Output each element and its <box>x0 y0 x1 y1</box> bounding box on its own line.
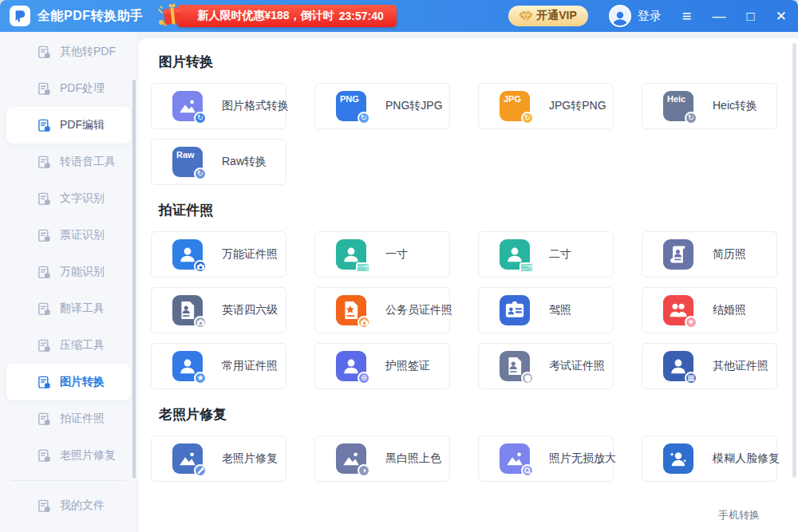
card-label: 模糊人脸修复 <box>713 451 780 466</box>
section-title: 老照片修复 <box>159 405 782 424</box>
text-icon: Heic↻ <box>663 91 693 121</box>
camera-badge-icon <box>358 316 370 329</box>
card-label: 英语四六级 <box>222 303 278 317</box>
card-1-5[interactable]: 公务员证件照 <box>314 287 450 333</box>
card-label: 护照签证 <box>385 359 430 373</box>
card-1-4[interactable]: 英语四六级 <box>151 287 286 333</box>
card-1-10[interactable]: 考试证件照 <box>478 343 614 389</box>
zoom-badge-icon <box>521 464 534 477</box>
card-1-0[interactable]: 万能证件照 <box>151 231 286 278</box>
sidebar-item-label: 转语音工具 <box>60 155 116 169</box>
camera-badge-icon <box>194 260 207 273</box>
camera-badge-icon <box>194 316 207 329</box>
card-1-3[interactable]: 简历照 <box>642 231 777 278</box>
card-1-2[interactable]: 二寸二寸 <box>478 231 614 278</box>
image-convert-icon <box>37 375 52 390</box>
card-label: 结婚照 <box>713 303 746 317</box>
card-label: 公务员证件照 <box>385 303 452 317</box>
card-label: 简历照 <box>713 247 746 262</box>
card-0-4[interactable]: Raw↻Raw转换 <box>151 139 286 185</box>
gift-icon <box>155 2 184 30</box>
minimize-button[interactable]: — <box>712 10 725 23</box>
card-2-1[interactable]: ◑黑白照上色 <box>314 435 450 482</box>
sidebar-item-label: PDF处理 <box>60 81 105 96</box>
card-0-3[interactable]: Heic↻Heic转换 <box>642 83 777 129</box>
text-icon: Raw↻ <box>172 147 203 177</box>
sidebar-item-label: 拍证件照 <box>60 412 105 426</box>
image-icon: ↻ <box>172 91 203 121</box>
mobile-convert-link[interactable]: 手机转换 <box>718 508 760 522</box>
card-label: 二寸 <box>549 247 571 262</box>
sidebar-item-8[interactable]: 压缩工具 <box>6 327 131 364</box>
card-1-8[interactable]: ★常用证件照 <box>151 343 286 389</box>
sidebar-item-12[interactable]: 我的文件 <box>6 487 131 524</box>
translate-tool-icon <box>37 301 52 317</box>
login-button[interactable]: 登录 <box>638 9 662 24</box>
sidebar-item-1[interactable]: PDF处理 <box>6 70 131 107</box>
card-label: Raw转换 <box>222 155 267 169</box>
globe-badge-icon: ⊕ <box>358 372 370 384</box>
refresh-badge-icon: ↻ <box>685 112 697 124</box>
sidebar-item-10[interactable]: 拍证件照 <box>6 400 131 437</box>
sidebar-item-label: 图片转换 <box>60 375 105 389</box>
card-0-1[interactable]: PNG↻PNG转JPG <box>314 83 450 129</box>
sidebar-item-11[interactable]: 老照片修复 <box>6 437 131 474</box>
sidebar-item-label: 我的文件 <box>60 499 105 513</box>
id-photo-icon <box>37 412 52 427</box>
wrench-badge-icon <box>194 464 207 477</box>
maximize-button[interactable]: □ <box>746 10 754 23</box>
doc-person-icon <box>500 351 530 381</box>
card-1-11[interactable]: ▦其他证件照 <box>642 343 777 389</box>
card-1-9[interactable]: ⊕护照签证 <box>314 343 450 389</box>
sidebar-item-label: 文字识别 <box>60 191 105 206</box>
sidebar-item-2[interactable]: PDF编辑 <box>6 107 131 144</box>
card-0-0[interactable]: ↻图片格式转换 <box>151 83 286 129</box>
card-grid: ↻图片格式转换PNG↻PNG转JPGJPG↻JPG转PNGHeic↻Heic转换… <box>151 83 782 185</box>
card-1-7[interactable]: ♥结婚照 <box>642 287 777 333</box>
image-icon <box>500 443 530 474</box>
palette-badge-icon: ◑ <box>358 464 370 477</box>
sidebar-item-9[interactable]: 图片转换 <box>6 364 131 400</box>
card-1-1[interactable]: 一寸一寸 <box>314 231 450 278</box>
sidebar-divider <box>11 480 126 481</box>
sidebar-item-4[interactable]: 文字识别 <box>6 180 131 217</box>
app-title: 全能PDF转换助手 <box>38 8 144 25</box>
main-scrollbar[interactable] <box>792 43 796 478</box>
sidebar-item-7[interactable]: 翻译工具 <box>6 290 131 327</box>
card-2-3[interactable]: 模糊人脸修复 <box>642 435 777 482</box>
sidebar-scrollbar[interactable] <box>132 80 136 479</box>
my-files-icon <box>37 499 52 514</box>
card-0-2[interactable]: JPG↻JPG转PNG <box>478 83 614 129</box>
card-label: 图片格式转换 <box>222 99 289 113</box>
card-grid: 老照片修复◑黑白照上色照片无损放大模糊人脸修复 <box>151 435 782 482</box>
sidebar-item-3[interactable]: 转语音工具 <box>6 144 131 180</box>
sidebar-item-label: 票证识别 <box>60 228 105 242</box>
card-2-2[interactable]: 照片无损放大 <box>478 435 614 482</box>
main-panel: 图片转换↻图片格式转换PNG↻PNG转JPGJPG↻JPG转PNGHeic↻He… <box>138 38 798 532</box>
text-icon: PNG↻ <box>336 91 366 121</box>
promo-banner[interactable]: 新人限时优惠¥188，倒计时 23:57:40 <box>177 5 397 27</box>
menu-button[interactable]: ≡ <box>682 8 692 24</box>
card-label: 老照片修复 <box>222 451 278 466</box>
sidebar-item-6[interactable]: 万能识别 <box>6 254 131 290</box>
diamond-icon <box>519 11 532 22</box>
sidebar-item-5[interactable]: 票证识别 <box>6 217 131 254</box>
card-2-0[interactable]: 老照片修复 <box>151 435 286 482</box>
tag-badge-icon: 一寸 <box>356 262 370 273</box>
sidebar-item-label: 老照片修复 <box>60 448 116 463</box>
universal-ocr-icon <box>37 265 52 280</box>
tile-format-label: Heic <box>667 94 685 104</box>
close-button[interactable]: ✕ <box>776 10 787 23</box>
sidebar-item-0[interactable]: 其他转PDF <box>6 33 131 70</box>
card-label: JPG转PNG <box>549 99 606 113</box>
card-1-6[interactable]: 驾照 <box>478 287 614 333</box>
text-icon: JPG↻ <box>500 91 530 121</box>
pdf-process-icon <box>37 81 52 97</box>
refresh-badge-icon: ↻ <box>358 112 370 124</box>
speech-tool-icon <box>37 155 52 170</box>
image-icon <box>172 443 203 474</box>
vip-button[interactable]: 开通VIP <box>508 6 588 26</box>
main-area: 图片转换↻图片格式转换PNG↻PNG转JPGJPG↻JPG转PNGHeic↻He… <box>138 32 798 532</box>
avatar[interactable] <box>609 5 631 27</box>
doc-star-icon <box>336 295 366 325</box>
